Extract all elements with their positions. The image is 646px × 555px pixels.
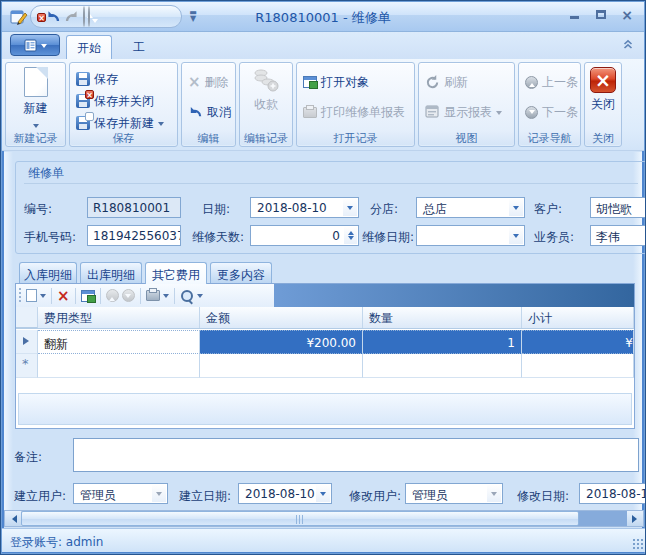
save-and-close-button[interactable]: × 保存并关闭 <box>76 91 154 111</box>
detail-grid-panel: × 费用类型 金额 数量 小计 翻新 ¥20 <box>15 283 635 429</box>
divider <box>24 183 638 184</box>
riqi-combo[interactable]: 2018-08-10 <box>250 197 359 218</box>
chevron-down-icon[interactable] <box>343 199 357 216</box>
group-new-record: 新建 新建记录 <box>5 62 66 147</box>
refresh-button[interactable]: 刷新 <box>425 72 468 92</box>
group-view: 刷新 显示报表 视图 <box>418 62 515 147</box>
current-row-arrow-icon <box>23 337 33 345</box>
cell-cost-type[interactable]: 翻新 <box>38 330 200 354</box>
remark-textarea[interactable] <box>73 438 639 472</box>
open-object-button[interactable]: 打开对象 <box>303 72 369 92</box>
scroll-left-button[interactable] <box>5 511 21 526</box>
print-report-button[interactable]: 打印维修单报表 <box>303 102 405 122</box>
groupbox-title: 维修单 <box>28 165 64 182</box>
chevron-down-icon[interactable] <box>509 199 523 216</box>
toolbar-grip[interactable] <box>18 288 23 304</box>
scrollbar-thumb[interactable] <box>21 511 579 526</box>
cell-qty[interactable]: 1 <box>363 330 522 354</box>
group-label: 记录导航 <box>519 131 580 145</box>
divider <box>51 288 52 304</box>
created-by-label: 建立用户: <box>14 488 66 505</box>
tab-other-costs[interactable]: 其它费用 <box>145 262 207 284</box>
modified-by-combo[interactable]: 管理员 <box>405 483 503 504</box>
save-button[interactable]: 保存 <box>76 69 118 89</box>
new-row-icon[interactable] <box>26 289 37 302</box>
magnifier-icon[interactable] <box>180 289 194 303</box>
fendian-combo[interactable]: 总店 <box>416 197 525 218</box>
cancel-button[interactable]: 取消 <box>188 102 231 122</box>
printer-icon[interactable] <box>146 290 160 301</box>
tianshu-stepper[interactable]: 0 <box>250 225 359 246</box>
delete-button[interactable]: × 删除 <box>188 72 229 92</box>
ribbon: 新建 新建记录 保存 × 保存并关闭 保存并新建 保存 × <box>2 59 644 151</box>
app-menu-button[interactable] <box>10 34 60 56</box>
group-label: 关闭 <box>585 131 621 145</box>
divider <box>100 288 101 304</box>
group-save: 保存 × 保存并关闭 保存并新建 保存 <box>69 62 178 147</box>
col-header-subtotal[interactable]: 小计 <box>522 307 634 328</box>
next-circle-icon <box>525 106 538 119</box>
group-open-record: 打开对象 打印维修单报表 打开记录 <box>296 62 415 147</box>
created-date-combo[interactable]: 2018-08-10 <box>238 483 332 504</box>
app-window: × ▬▼ R180810001 - 维修单 × 开始 工具 <box>0 0 646 555</box>
report-icon <box>425 105 440 119</box>
show-report-button[interactable]: 显示报表 <box>425 102 502 122</box>
next-record-button[interactable]: 下一条 <box>525 102 578 122</box>
chevron-down-icon[interactable] <box>163 294 169 301</box>
chevron-down-icon[interactable] <box>40 294 46 301</box>
remark-label: 备注: <box>14 449 42 466</box>
modified-date-combo[interactable]: 2018-08-10 <box>579 483 646 504</box>
tab-more-content[interactable]: 更多内容 <box>210 262 272 283</box>
cell-amount[interactable]: ¥200.00 <box>200 330 363 354</box>
minimize-button[interactable] <box>568 8 582 22</box>
title-bar: × ▬▼ R180810001 - 维修单 × <box>2 2 644 32</box>
chevron-down-icon[interactable] <box>152 485 166 502</box>
tab-tools[interactable]: 工具 <box>118 35 160 59</box>
shouji-field[interactable]: 181942556037 <box>87 225 181 246</box>
wxriqi-combo[interactable] <box>416 225 525 246</box>
created-by-combo[interactable]: 管理员 <box>73 483 168 504</box>
grid-header-row: 费用类型 金额 数量 小计 <box>16 307 634 329</box>
kehu-field[interactable]: 胡恺歌 <box>590 197 646 218</box>
tab-outbound-detail[interactable]: 出库明细 <box>80 262 142 283</box>
previous-record-button[interactable]: 上一条 <box>525 72 578 92</box>
chevron-down-icon[interactable] <box>197 294 203 301</box>
bianhao-field[interactable]: R180810001 <box>87 197 181 218</box>
chevron-down-icon[interactable] <box>509 227 523 244</box>
close-x-icon: × <box>590 67 616 93</box>
spinner-arrows-icon[interactable] <box>344 227 357 244</box>
resize-grip-icon[interactable] <box>633 539 643 549</box>
tab-inbound-detail[interactable]: 入库明细 <box>19 262 77 283</box>
close-window-button[interactable]: × <box>620 8 634 22</box>
status-bar: 登录账号: admin <box>2 528 646 552</box>
col-header-qty[interactable]: 数量 <box>363 307 522 328</box>
coins-icon <box>252 67 280 93</box>
cell-subtotal[interactable]: ¥ <box>522 330 634 354</box>
collapse-ribbon-icon[interactable] <box>622 38 634 50</box>
maximize-button[interactable] <box>594 8 608 22</box>
horizontal-scrollbar[interactable] <box>4 510 644 527</box>
form-icon <box>24 39 37 52</box>
repair-order-groupbox: 维修单 编号: R180810001 日期: 2018-08-10 分店: 总店… <box>15 161 646 254</box>
scrollbar-track[interactable] <box>575 511 627 526</box>
col-header-amount[interactable]: 金额 <box>200 307 363 328</box>
receive-payment-button[interactable]: 收款 <box>240 67 292 113</box>
move-down-icon[interactable] <box>122 289 135 302</box>
move-up-icon[interactable] <box>106 289 119 302</box>
open-table-icon <box>303 76 317 88</box>
new-button[interactable]: 新建 <box>6 67 65 131</box>
tab-start[interactable]: 开始 <box>66 35 112 59</box>
yewuyuan-field[interactable]: 李伟 <box>590 225 646 246</box>
table-row[interactable]: 翻新 ¥200.00 1 ¥ <box>16 330 634 354</box>
save-and-new-button[interactable]: 保存并新建 <box>76 113 164 133</box>
scroll-right-button[interactable] <box>627 511 643 526</box>
chevron-down-icon[interactable] <box>487 485 501 502</box>
chevron-down-icon[interactable] <box>316 485 330 502</box>
table-export-icon[interactable] <box>81 290 95 302</box>
refresh-icon <box>425 75 440 90</box>
col-header-cost-type[interactable]: 费用类型 <box>38 307 200 328</box>
save-new-icon <box>76 116 90 130</box>
new-row[interactable]: * <box>16 354 634 378</box>
close-button[interactable]: × 关闭 <box>585 67 621 113</box>
delete-row-icon[interactable]: × <box>57 289 70 303</box>
